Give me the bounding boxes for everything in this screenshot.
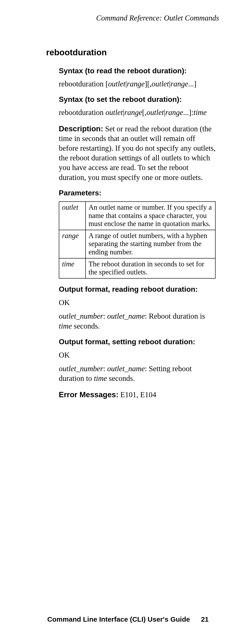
output-var: outlet_number (59, 312, 103, 320)
syntax-set-heading: Syntax (to set the reboot duration): (59, 95, 215, 104)
param-desc: An outlet name or number. If you specify… (86, 202, 215, 230)
output-var: outlet_number (59, 364, 103, 373)
param-desc: The reboot duration in seconds to set fo… (86, 258, 215, 278)
output-text: seconds. (107, 374, 135, 382)
syntax-cmd: rebootduration (59, 80, 104, 88)
table-row: range A range of outlet numbers, with a … (59, 230, 215, 258)
param-desc: A range of outlet numbers, with a hyphen… (86, 230, 215, 258)
output-var: outlet_name (107, 312, 145, 320)
param-name: time (59, 258, 86, 278)
footer-title: Command Line Interface (CLI) User's Guid… (47, 616, 190, 623)
syntax-arg: outlet (152, 80, 169, 88)
table-row: time The reboot duration in seconds to s… (59, 258, 215, 278)
output-text: seconds. (72, 322, 100, 330)
parameters-table: outlet An outlet name or number. If you … (59, 202, 215, 278)
table-row: outlet An outlet name or number. If you … (59, 202, 215, 230)
output-read-heading: Output format, reading reboot duration: (59, 285, 215, 294)
param-name: outlet (59, 202, 86, 230)
output-var: time (94, 374, 107, 382)
error-messages: Error Messages: E101, E104 (59, 390, 215, 399)
output-var: time (59, 322, 72, 330)
syntax-arg: outlet (106, 108, 123, 116)
syntax-read-heading: Syntax (to read the reboot duration): (59, 66, 215, 75)
error-text: E101, E104 (119, 390, 156, 399)
syntax-arg: outlet (147, 108, 164, 116)
page-footer: Command Line Interface (CLI) User's Guid… (47, 616, 209, 623)
syntax-arg: range (165, 108, 183, 116)
syntax-read-line: rebootduration [outlet|range][,outlet|ra… (59, 79, 215, 89)
syntax-set-line: rebootduration outlet|range[,outlet|rang… (59, 108, 215, 117)
page-header: Command Reference: Outlet Commands (47, 14, 219, 22)
output-text: : Reboot duration is (145, 312, 205, 320)
output-ok: OK (59, 298, 215, 308)
description-lead: Description: (59, 124, 103, 133)
description-block: Description: Set or read the reboot dura… (59, 124, 215, 182)
syntax-arg: range (124, 108, 142, 116)
command-title: rebootduration (46, 48, 224, 57)
error-lead: Error Messages: (59, 390, 119, 399)
output-read-format: outlet_number: outlet_name: Reboot durat… (59, 311, 215, 331)
syntax-arg: range (170, 80, 188, 88)
output-set-heading: Output format, setting reboot duration: (59, 338, 215, 346)
syntax-arg: outlet (108, 80, 125, 88)
param-name: range (59, 230, 86, 258)
footer-page-number: 21 (201, 616, 209, 623)
syntax-arg: time (193, 108, 206, 116)
description-text: Set or read the reboot duration (the tim… (59, 125, 215, 182)
output-set-format: outlet_number: outlet_name: Setting rebo… (59, 364, 215, 384)
output-var: outlet_name (107, 364, 145, 373)
parameters-heading: Parameters: (59, 189, 215, 197)
syntax-arg: range (127, 80, 145, 88)
syntax-cmd: rebootduration (59, 108, 104, 116)
output-ok: OK (59, 350, 215, 360)
